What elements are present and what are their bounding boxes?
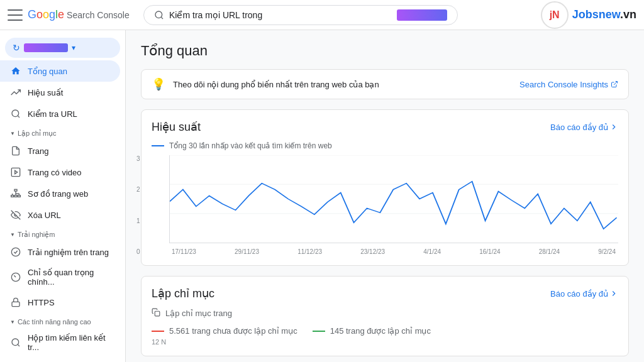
gauge-icon — [10, 272, 21, 283]
search-icon — [154, 10, 164, 20]
svg-rect-8 — [14, 195, 17, 197]
svg-point-18 — [12, 339, 19, 346]
sidebar-item-https[interactable]: HTTPS — [0, 292, 120, 313]
sidebar-label-kiem-tra-url: Kiểm tra URL — [28, 109, 77, 119]
refresh-icon: ↻ — [13, 43, 20, 53]
svg-line-3 — [18, 116, 19, 118]
search-highlight — [397, 9, 447, 21]
sidebar-item-so-do-trang-web[interactable]: Sơ đồ trang web — [0, 183, 120, 204]
logo-area: Google Search Console — [28, 8, 130, 21]
sidebar-item-trang-co-video[interactable]: Trang có video — [0, 162, 120, 183]
sidebar-label-hop-tim-kiem: Hộp tìm kiếm liên kết tr... — [28, 333, 110, 352]
sidebar-item-tong-quan[interactable]: Tổng quan — [0, 60, 120, 82]
sidebar: ↻ ▾ Tổng quan Hiệu suất Kiểm tra URL Lập… — [0, 30, 126, 362]
layout: ↻ ▾ Tổng quan Hiệu suất Kiểm tra URL Lập… — [0, 30, 644, 362]
sidebar-label-so-do-trang-web: Sơ đồ trang web — [28, 189, 88, 199]
sidebar-label-tong-quan: Tổng quan — [28, 67, 67, 76]
chevron-right-index-icon — [609, 289, 618, 298]
google-logo: Google — [28, 8, 64, 21]
stat-not-indexed-label: 5.561 trang chưa được lập chỉ mục — [169, 326, 297, 336]
chart-legend: Tổng 30 lần nhấp vào kết quả tìm kiếm tr… — [152, 141, 618, 150]
copy-icon — [152, 308, 160, 319]
page-title: Tổng quan — [141, 43, 629, 59]
topbar-right: jN Jobsnew.vn — [541, 1, 636, 29]
sidebar-label-hieu-suat: Hiệu suất — [28, 88, 63, 97]
sidebar-item-chi-so-quan-trong[interactable]: Chỉ số quan trọng chính... — [0, 263, 120, 292]
sidebar-item-hop-tim-kiem[interactable]: Hộp tìm kiếm liên kết tr... — [0, 328, 120, 357]
svg-line-19 — [18, 344, 19, 346]
chart-wrapper: 3 2 1 0 — [152, 155, 618, 255]
svg-point-16 — [11, 248, 19, 256]
chevron-right-perf-icon — [609, 123, 618, 131]
performance-chart — [170, 155, 618, 243]
main-content: Tổng quan 💡 Theo dõi nội dung phổ biến n… — [126, 30, 644, 362]
section-lap-chi-muc: Lập chỉ mục — [0, 124, 125, 140]
index-card: Lập chỉ mục Báo cáo đầy đủ Lập chỉ mục t… — [141, 276, 629, 356]
chevron-down-icon: ▾ — [72, 43, 75, 52]
svg-rect-17 — [12, 302, 19, 306]
svg-rect-24 — [155, 311, 160, 316]
svg-point-2 — [12, 110, 19, 117]
topbar: Google Search Console Kiểm tra mọi URL t… — [0, 0, 644, 30]
stat-indexed: 145 trang được lập chỉ mục — [313, 326, 431, 336]
section-trai-nghiem: Trải nghiệm — [0, 226, 125, 241]
sidebar-label-https: HTTPS — [28, 298, 55, 307]
sidebar-item-hieu-suat[interactable]: Hiệu suất — [0, 82, 120, 103]
property-selector[interactable]: ↻ ▾ — [5, 38, 120, 58]
sidebar-item-trai-nghiem-tren-trang[interactable]: Trải nghiệm trên trang — [0, 241, 120, 263]
sidebar-label-trang: Trang — [28, 146, 48, 156]
sidebar-label-chi-so-quan-trong: Chỉ số quan trọng chính... — [28, 268, 110, 287]
svg-rect-6 — [14, 189, 17, 191]
performance-card: Hiệu suất Báo cáo đầy đủ Tổng 30 lần nhấ… — [141, 109, 629, 266]
brand-name: Jobsnew.vn — [572, 8, 636, 21]
sidebar-item-kiem-tra-url[interactable]: Kiểm tra URL — [0, 103, 120, 124]
stat-indexed-label: 145 trang được lập chỉ mục — [330, 326, 431, 336]
search-input-text[interactable]: Kiểm tra mọi URL trong — [169, 10, 397, 20]
index-card-header: Lập chỉ mục Báo cáo đầy đủ — [152, 287, 618, 300]
svg-point-0 — [155, 11, 162, 18]
performance-full-report-link[interactable]: Báo cáo đầy đủ — [550, 123, 618, 132]
svg-line-20 — [614, 82, 618, 85]
index-full-report-link[interactable]: Báo cáo đầy đủ — [550, 289, 618, 299]
sitemap-icon — [10, 188, 21, 199]
brand-logo: jN Jobsnew.vn — [541, 1, 636, 29]
index-stats: 5.561 trang chưa được lập chỉ mục 145 tr… — [152, 326, 618, 336]
stat-line-red — [152, 331, 164, 332]
svg-rect-4 — [11, 168, 19, 176]
external-link-icon — [611, 80, 618, 88]
svg-line-1 — [161, 17, 163, 19]
file-icon — [10, 145, 21, 156]
brand-initials: jN — [550, 10, 560, 20]
chart-area — [169, 155, 618, 243]
legend-text: Tổng 30 lần nhấp vào kết quả tìm kiếm tr… — [169, 141, 332, 150]
search-box-icon — [10, 337, 21, 348]
performance-card-header: Hiệu suất Báo cáo đầy đủ — [152, 120, 618, 134]
sidebar-item-trang[interactable]: Trang — [0, 140, 120, 162]
x-axis-labels: 17/11/23 29/11/23 11/12/23 23/12/23 4/1/… — [169, 248, 618, 255]
search-small-icon — [10, 108, 21, 119]
svg-rect-7 — [11, 195, 14, 197]
video-icon — [10, 167, 21, 178]
sidebar-label-trang-co-video: Trang có video — [28, 168, 82, 177]
search-bar[interactable]: Kiểm tra mọi URL trong — [143, 5, 458, 25]
lock-icon — [10, 297, 21, 308]
property-bar — [24, 43, 68, 52]
performance-title: Hiệu suất — [152, 120, 201, 134]
sidebar-item-xoa-url[interactable]: Xóa URL — [0, 204, 120, 226]
home-icon — [10, 65, 21, 77]
app-title: Search Console — [67, 10, 130, 20]
stat-line-green — [313, 331, 325, 332]
stat-not-indexed: 5.561 trang chưa được lập chỉ mục — [152, 326, 297, 336]
search-console-insights-link[interactable]: Search Console Insights — [519, 80, 618, 89]
sidebar-item-bao-mat[interactable]: ▶ Bảo mật và thao tác thủ công — [0, 359, 120, 362]
trending-up-icon — [10, 87, 21, 98]
menu-button[interactable] — [8, 8, 23, 23]
sidebar-label-xoa-url: Xóa URL — [28, 211, 61, 220]
chart-bottom-label: 12 N — [152, 338, 618, 346]
svg-rect-9 — [18, 195, 20, 197]
insight-text: Theo dõi nội dung phổ biến nhất trên tra… — [173, 80, 512, 89]
lightbulb-icon: 💡 — [152, 77, 165, 91]
insight-banner: 💡 Theo dõi nội dung phổ biến nhất trên t… — [141, 69, 629, 99]
brand-circle: jN — [541, 1, 569, 29]
sidebar-label-trai-nghiem-tren-trang: Trải nghiệm trên trang — [28, 248, 109, 257]
